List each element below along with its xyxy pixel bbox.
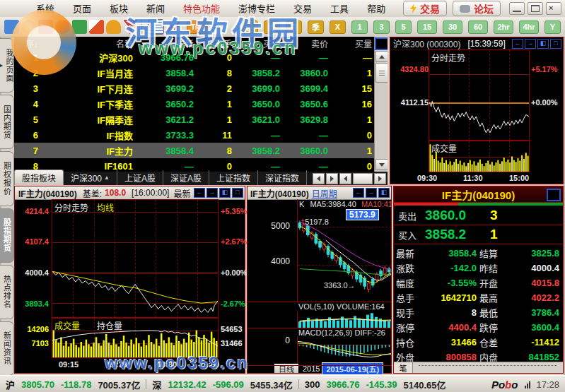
chat-bubble-icon [460,5,470,13]
column-header-最新[interactable]: 最新 [137,37,198,49]
period-button-60[interactable]: 60 [468,20,488,34]
field-label-最高: 最高 [479,291,509,304]
field-value-内盘: 841852 [509,352,562,362]
blocks-icon[interactable] [72,20,87,34]
tick-list-tab[interactable]: 笔 [394,362,413,373]
table-row-IF主力[interactable]: 7IF主力3858.483858.23860.01 [14,143,388,158]
sidebar-tab-我的页面[interactable]: 我的页面▶ [0,38,14,93]
prev-icon[interactable]: ← [512,39,523,49]
next-icon[interactable]: → [206,188,218,198]
market-tab-股指板块[interactable]: 股指板块 [14,170,64,185]
menu-交易[interactable]: 交易 [284,1,321,17]
split-view-icon[interactable]: ◧ [378,188,390,198]
forum-button[interactable]: 论坛 [453,1,501,16]
period-button-季[interactable]: 季 [308,20,324,34]
hscroll-right-button[interactable] [374,173,386,184]
prev-icon[interactable]: ← [194,188,205,198]
sidebar-tab-热点排名[interactable]: 热点排名 [0,265,14,319]
table-row-IF隔季连[interactable]: 5IF隔季连3621.213621.03629.81 [14,112,388,127]
hscroll-left-button[interactable] [339,173,351,184]
maximize-panel-icon[interactable]: □ [232,188,243,198]
market-tab-沪深300[interactable]: 沪深300▲ [64,170,117,185]
table-row-沪深300[interactable]: 1沪深3003966.760——— [14,49,388,65]
market-tab-深证A股[interactable]: 深证A股 [163,170,209,185]
scroll-down-button[interactable] [375,159,388,170]
table-row-IF下月连[interactable]: 3IF下月连3699.223699.03699.415 [14,81,388,96]
period-button-Y[interactable]: Y [544,20,561,34]
kvol-plot[interactable] [297,311,391,328]
filter-funnel-icon[interactable] [123,20,138,34]
period-button-30[interactable]: 30 [443,20,462,34]
back-icon[interactable] [4,20,19,34]
period-button-15[interactable]: 15 [417,20,437,34]
period-button-3[interactable]: 3 [373,20,390,34]
menu-页面[interactable]: 页面 [64,1,100,17]
bid-row[interactable]: 买入 3858.2 1 [394,225,563,244]
macd-plot[interactable] [297,336,391,365]
ask-row[interactable]: 卖出 3860.0 3 [394,206,563,225]
column-header-买量[interactable]: 买量 [332,37,376,49]
period-button-2hr[interactable]: 2hr [494,20,513,34]
period-button-X[interactable]: X [330,20,346,34]
next-icon[interactable]: → [366,188,377,198]
market-tab-深证指数[interactable]: 深证指数 [258,170,307,185]
column-header-seq[interactable]: 序↓ [14,37,42,49]
maximize-button[interactable] [528,2,543,15]
edit-pencil-icon[interactable] [89,20,104,34]
tab-scroll-left-button[interactable] [313,173,325,184]
chart-icon[interactable] [166,20,181,34]
period-button-5[interactable]: 5 [395,20,412,34]
cell-buy: 3858.2 [236,68,284,78]
kchart-period-select[interactable]: 日周期 [312,187,337,199]
menu-澎博专栏[interactable]: 澎博专栏 [229,1,284,17]
scroll-thumb[interactable] [375,63,388,83]
market-tab-上证指数[interactable]: 上证指数 [209,170,258,185]
zoom-in-icon[interactable] [55,20,70,34]
split-view-icon[interactable]: ◧ [537,39,549,49]
scroll-up-button[interactable] [375,51,388,62]
trade-button[interactable]: 交易 [403,1,447,16]
maximize-panel-icon[interactable] [547,189,561,201]
table-row-IF当月连[interactable]: 2IF当月连3858.483858.23860.01 [14,65,388,81]
tab-scroll-right-button[interactable] [326,173,338,184]
tick-button[interactable]: Tick [187,20,209,34]
split-view-icon[interactable]: ◧ [219,188,231,198]
prev-icon[interactable]: ← [353,188,364,198]
quote-table-icon[interactable] [148,19,164,35]
period-button-日[interactable]: 日 [242,20,258,34]
next-icon[interactable]: → [525,39,536,49]
table-row-IF指数[interactable]: 6IF指数3733.311——0 [14,127,388,143]
menu-系统[interactable]: 系统 [27,1,64,17]
report-icon[interactable] [38,20,53,34]
period-button-4hr[interactable]: 4hr [519,20,539,34]
column-header-名称[interactable]: 名称 [42,37,137,49]
menu-板块[interactable]: 板块 [100,1,137,17]
vertical-scrollbar[interactable] [374,37,388,172]
column-header-买价[interactable]: 买价 [236,37,284,49]
menu-工具[interactable]: 工具 [321,1,358,17]
home-icon[interactable] [21,20,36,34]
menu-新闻[interactable]: 新闻 [137,1,174,17]
menu-特色功能[interactable]: 特色功能 [174,1,229,17]
table-row-IF下季连[interactable]: 4IF下季连3650.213650.03650.616 [14,96,388,112]
period-button-1[interactable]: 1 [351,20,368,34]
bid-qty: 1 [490,227,498,242]
sidebar-tab-新闻资讯[interactable]: 新闻资讯 [0,321,14,376]
intraday-price-plot[interactable] [52,199,219,318]
sidebar-tab-股指期货[interactable]: 股指期货 [0,208,14,263]
menu-帮助[interactable]: 帮助 [358,1,395,17]
column-header-现手[interactable]: 现手 [198,37,236,49]
maximize-panel-icon[interactable]: □ [550,39,561,49]
quote-table-header[interactable]: 序↓名称最新现手买价卖价买量 [14,37,388,49]
column-header-卖价[interactable]: 卖价 [284,37,332,49]
alarm-bell-icon[interactable] [106,20,121,34]
hscroll-thumb[interactable] [353,173,373,184]
panel-expand-icon[interactable] [375,37,388,50]
market-tab-上证A股[interactable]: 上证A股 [117,170,163,185]
sidebar-tab-国内期货[interactable]: 国内期货 [0,95,14,149]
close-button[interactable]: × [546,2,561,15]
minimize-button[interactable] [509,2,525,15]
period-button-周[interactable]: 周 [264,20,280,34]
sidebar-tab-期权报价[interactable]: 期权报价 [0,151,14,206]
period-button-月[interactable]: 月 [286,20,302,34]
